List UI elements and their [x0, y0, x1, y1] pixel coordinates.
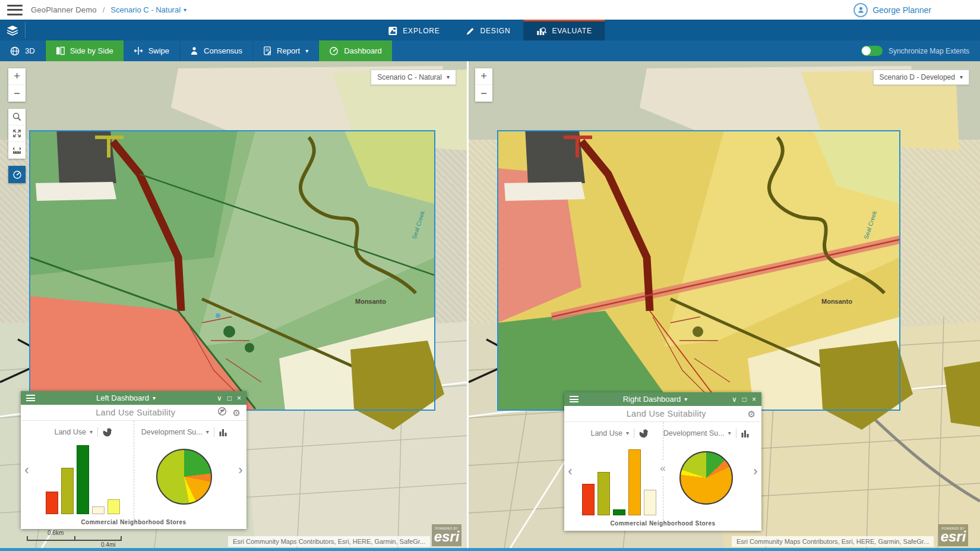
synchronize-map-extents-toggle[interactable] [861, 46, 883, 56]
expand-arrows-icon [12, 129, 21, 138]
consensus-icon [190, 46, 198, 55]
close-panel-icon[interactable]: × [237, 394, 241, 402]
divider [25, 22, 26, 38]
development-suitability-selector[interactable]: Development Su... ▾ [141, 428, 209, 436]
development-suitability-widget: Development Su... ▾ [663, 422, 750, 520]
map-panel-right: Monsanto Seal Creek Scenario D - Develop… [469, 61, 980, 548]
carousel-prev-button[interactable]: ‹ [21, 421, 33, 519]
chevron-down-icon: ▾ [206, 429, 209, 435]
land-use-widget: Land Use ▾ [33, 421, 134, 519]
collapse-panel-icon[interactable]: ∨ [732, 395, 737, 404]
map-panel-left: Monsanto Seal Creek Scenario C - Natural… [0, 61, 467, 548]
left-dashboard-subheader: Land Use Suitability ⚙ [21, 405, 246, 421]
map-label-monsanto-left: Monsanto [355, 298, 386, 305]
pencil-icon [466, 27, 475, 36]
gear-icon[interactable]: ⚙ [233, 408, 241, 417]
tab-explore[interactable]: EXPLORE [375, 20, 453, 40]
full-extent-button[interactable] [8, 125, 26, 142]
globe-icon [10, 46, 20, 56]
zoom-out-button[interactable]: − [8, 85, 26, 102]
dashboard-subtitle: Land Use Suitability [585, 409, 748, 418]
carousel-prev-button[interactable]: ‹ [564, 422, 576, 520]
dashboard-tool-button-active[interactable] [8, 166, 26, 183]
land-use-selector[interactable]: Land Use ▾ [590, 429, 629, 437]
development-suitability-widget: Development Su... ▾ [134, 421, 235, 519]
bar-chart-type-icon[interactable] [219, 429, 227, 436]
left-dashboard-title-dropdown[interactable]: Left Dashboard ▾ [35, 393, 217, 402]
carousel-next-button[interactable]: › [235, 421, 246, 519]
chevron-down-icon: ▾ [960, 74, 963, 80]
collapse-widget-button[interactable]: « [659, 461, 666, 476]
avatar [853, 3, 868, 17]
visibility-toggle-icon[interactable] [217, 407, 227, 418]
chevron-down-icon: ▾ [90, 429, 93, 435]
chevron-down-icon: ▾ [305, 48, 308, 54]
user-menu[interactable]: George Planner [853, 3, 973, 17]
synchronize-map-extents-label: Synchronize Map Extents [889, 47, 969, 55]
bottom-accent-bar [0, 548, 980, 551]
report-icon [263, 46, 271, 55]
right-dashboard-title-dropdown[interactable]: Right Dashboard ▾ [578, 395, 732, 404]
left-dashboard-header: Left Dashboard ▾ ∨ □ × [21, 391, 246, 405]
dashboard-gauge-icon [12, 170, 22, 179]
map-label-monsanto-right: Monsanto [821, 298, 852, 305]
dashboard-menu-icon[interactable] [570, 396, 578, 402]
carousel-next-button[interactable]: › [750, 422, 761, 520]
zoom-in-button[interactable]: + [475, 68, 492, 85]
chevron-down-icon: ▾ [447, 74, 450, 80]
pie-chart-type-icon[interactable] [103, 428, 112, 437]
gear-icon[interactable]: ⚙ [748, 410, 755, 418]
3d-button[interactable]: 3D [0, 40, 46, 61]
pie-chart [156, 449, 212, 505]
scale-mi-label: 0.4mi [101, 541, 128, 548]
map-attribution: Esri Community Maps Contributors, Esri, … [228, 536, 430, 547]
evaluate-toolbar: 3D Side by Side Swipe Consensus Report ▾… [0, 40, 980, 61]
breadcrumb-scenario-dropdown[interactable]: Scenario C - Natural ▾ [110, 5, 186, 14]
tab-design[interactable]: DESIGN [453, 20, 524, 40]
left-scenario-selector[interactable]: Scenario C - Natural ▾ [371, 70, 456, 85]
zoom-in-button[interactable]: + [8, 68, 26, 85]
left-map-tools [8, 109, 26, 159]
maximize-panel-icon[interactable]: □ [227, 394, 232, 402]
breadcrumb-separator: / [103, 5, 105, 14]
breadcrumb-app-title[interactable]: GeoPlanner Demo [31, 5, 97, 14]
development-suitability-selector[interactable]: Development Su... ▾ [663, 429, 731, 437]
right-scenario-selector[interactable]: Scenario D - Developed ▾ [873, 70, 969, 85]
toolbar-right: Synchronize Map Extents [861, 40, 980, 61]
zoom-out-button[interactable]: − [475, 85, 492, 102]
dashboard-footer-label: Commercial Neighborhood Stores [21, 519, 246, 534]
tab-evaluate[interactable]: EVALUATE [523, 20, 605, 40]
consensus-button[interactable]: Consensus [180, 40, 253, 61]
pie-chart [679, 451, 733, 505]
collapse-panel-icon[interactable]: ∨ [217, 394, 222, 402]
bar-chart-type-icon[interactable] [741, 430, 750, 437]
close-panel-icon[interactable]: × [752, 395, 756, 404]
right-dashboard-subheader: Land Use Suitability ⚙ [564, 406, 761, 422]
dashboard-button[interactable]: Dashboard [319, 40, 392, 61]
right-dashboard-panel: Right Dashboard ▾ ∨ □ × Land Use Suitabi… [564, 392, 761, 531]
swipe-button[interactable]: Swipe [124, 40, 180, 61]
search-icon [12, 112, 21, 121]
left-dashboard-panel: Left Dashboard ▾ ∨ □ × Land Use Suitabil… [21, 391, 246, 529]
user-name: George Planner [872, 5, 931, 15]
explore-icon [388, 26, 397, 36]
report-button[interactable]: Report ▾ [253, 40, 319, 61]
esri-logo: POWERED BY esri [432, 524, 461, 546]
swipe-icon [134, 46, 143, 55]
bar-chart [582, 440, 656, 515]
chevron-down-icon: ▾ [684, 396, 687, 402]
search-button[interactable] [8, 109, 26, 125]
chevron-down-icon: ▾ [728, 430, 731, 436]
side-by-side-icon [56, 46, 65, 55]
app-menu-icon[interactable] [7, 5, 23, 15]
land-use-widget: Land Use ▾ [576, 422, 663, 520]
land-use-selector[interactable]: Land Use ▾ [54, 428, 93, 436]
pie-chart-type-icon[interactable] [639, 429, 648, 438]
measure-button[interactable] [8, 142, 26, 159]
side-by-side-button[interactable]: Side by Side [46, 40, 124, 61]
layers-button[interactable] [0, 20, 25, 40]
dashboard-menu-icon[interactable] [26, 395, 35, 401]
right-zoom-controls: + − [475, 68, 492, 102]
esri-logo: POWERED BY esri [938, 524, 968, 546]
maximize-panel-icon[interactable]: □ [742, 395, 747, 404]
